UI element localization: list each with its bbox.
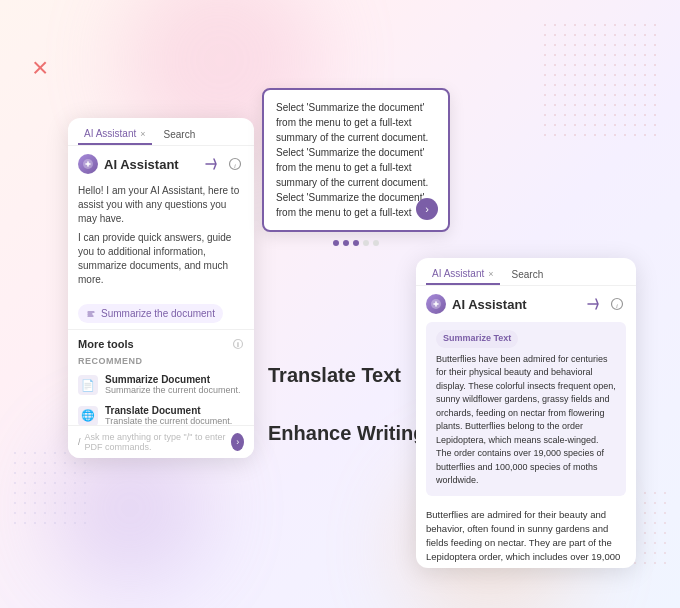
- more-tools-label: More tools: [78, 338, 134, 350]
- right-panel-title-text: AI Assistant: [452, 297, 527, 312]
- svg-text:🔤: 🔤: [216, 359, 251, 392]
- dot-5: [373, 240, 379, 246]
- summarize-btn-label: Summarize the document: [101, 308, 215, 319]
- tab-search-right[interactable]: Search: [506, 265, 550, 284]
- tooltip-pagination-dots: [333, 240, 379, 246]
- dot-2: [343, 240, 349, 246]
- feature-icon-translate: 🔤: [214, 355, 254, 395]
- right-ai-panel: AI Assistant × Search AI Assistant i Sum…: [416, 258, 636, 568]
- x-decoration: ×: [32, 52, 48, 84]
- svg-text:✍️: ✍️: [216, 417, 251, 450]
- summarize-tag: Summarize Text: [436, 330, 518, 348]
- greeting-text: Hello! I am your AI Assistant, here to a…: [78, 184, 244, 226]
- info-button-right[interactable]: i: [608, 295, 626, 313]
- dots-top-right: [540, 20, 660, 140]
- svg-text:i: i: [616, 302, 618, 310]
- slash-icon: /: [78, 437, 81, 447]
- more-tools-header: More tools i: [68, 329, 254, 354]
- dot-1: [333, 240, 339, 246]
- right-panel-title: AI Assistant: [426, 294, 527, 314]
- right-panel-tabs: AI Assistant × Search: [416, 258, 636, 286]
- plain-response-text: Butterflies are admired for their beauty…: [426, 509, 620, 569]
- dots-bottom-left: [10, 448, 90, 528]
- share-button-right[interactable]: [584, 295, 602, 313]
- left-panel-tabs: AI Assistant × Search: [68, 118, 254, 146]
- bottom-placeholder: Ask me anything or type "/" to enter PDF…: [85, 432, 232, 452]
- tab-ai-assistant-right[interactable]: AI Assistant ×: [426, 264, 500, 285]
- tool-icon-translate-doc: 🌐: [78, 406, 98, 426]
- bottom-input-area: / Ask me anything or type "/" to enter P…: [78, 432, 231, 452]
- center-tooltip: Select 'Summarize the document' from the…: [262, 88, 450, 232]
- right-panel-actions: i: [584, 295, 626, 313]
- tab-close-right[interactable]: ×: [488, 269, 493, 279]
- feature-enhance-writing: ✍️ Enhance Writing: [214, 413, 425, 453]
- tab-search-right-label: Search: [512, 269, 544, 280]
- share-button-left[interactable]: [202, 155, 220, 173]
- feature-label-enhance: Enhance Writing: [268, 422, 425, 445]
- tab-ai-assistant-left-label: AI Assistant: [84, 128, 136, 139]
- ai-response-text: Butterflies have been admired for centur…: [436, 353, 616, 488]
- feature-label-translate: Translate Text: [268, 364, 401, 387]
- tab-search-left-label: Search: [164, 129, 196, 140]
- svg-text:i: i: [234, 162, 236, 170]
- svg-text:i: i: [237, 341, 239, 348]
- ai-icon-right: [426, 294, 446, 314]
- feature-translate-text: 🔤 Translate Text: [214, 355, 425, 395]
- tooltip-text: Select 'Summarize the document' from the…: [276, 102, 428, 218]
- left-panel-header: AI Assistant i: [68, 146, 254, 178]
- tool-icon-summarize: 📄: [78, 375, 98, 395]
- feature-list: 🔤 Translate Text ✍️ Enhance Writing: [214, 355, 425, 471]
- summarize-document-btn[interactable]: Summarize the document: [78, 304, 223, 323]
- ai-icon-left: [78, 154, 98, 174]
- tab-search-left[interactable]: Search: [158, 125, 202, 144]
- plain-response: Butterflies are admired for their beauty…: [416, 500, 636, 569]
- feature-icon-enhance: ✍️: [214, 413, 254, 453]
- dot-4: [363, 240, 369, 246]
- info-button-left[interactable]: i: [226, 155, 244, 173]
- left-panel-title-text: AI Assistant: [104, 157, 179, 172]
- left-panel-actions: i: [202, 155, 244, 173]
- dot-3: [353, 240, 359, 246]
- left-panel-body: Hello! I am your AI Assistant, here to a…: [68, 178, 254, 298]
- left-panel-title: AI Assistant: [78, 154, 179, 174]
- tab-close-left[interactable]: ×: [140, 129, 145, 139]
- ai-summarize-response: Summarize Text Butterflies have been adm…: [426, 322, 626, 496]
- description-text: I can provide quick answers, guide you t…: [78, 231, 244, 287]
- tooltip-next-btn[interactable]: ›: [416, 198, 438, 220]
- tab-ai-assistant-left[interactable]: AI Assistant ×: [78, 124, 152, 145]
- right-panel-header: AI Assistant i: [416, 286, 636, 318]
- tab-ai-assistant-right-label: AI Assistant: [432, 268, 484, 279]
